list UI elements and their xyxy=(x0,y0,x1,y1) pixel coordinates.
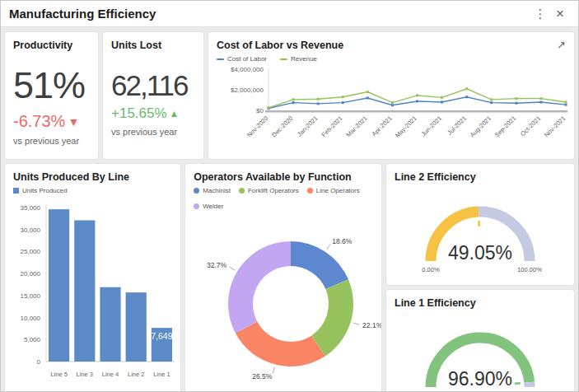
svg-text:Nov-2020: Nov-2020 xyxy=(245,114,269,138)
expand-icon[interactable]: ↗ xyxy=(557,40,566,50)
legend-item-units-produced[interactable]: Units Produced xyxy=(13,187,68,194)
svg-text:22.1%: 22.1% xyxy=(362,321,382,329)
svg-text:49.05%: 49.05% xyxy=(448,242,512,264)
labor-revenue-title: Cost of Labor vs Revenue xyxy=(217,40,557,51)
labor-revenue-line-chart[interactable]: $4,000,000$2,000,000$0Nov-2020Dec-2020Ja… xyxy=(217,64,571,153)
legend-item-revenue[interactable]: Revenue xyxy=(280,55,317,63)
units-produced-title: Units Produced By Line xyxy=(13,171,172,183)
svg-text:Line 4: Line 4 xyxy=(102,371,119,378)
line-operators-swatch xyxy=(307,188,313,194)
operators-legend: Machinist Forklift Operators Line Operat… xyxy=(194,187,373,210)
svg-text:100.00%: 100.00% xyxy=(517,266,542,273)
svg-text:Dec-2020: Dec-2020 xyxy=(270,114,294,138)
forklift-swatch xyxy=(239,188,245,194)
svg-text:30,000: 30,000 xyxy=(21,226,41,234)
svg-text:15,000: 15,000 xyxy=(21,292,41,300)
svg-text:25,000: 25,000 xyxy=(21,248,41,255)
units-lost-title: Units Lost xyxy=(111,40,195,51)
svg-text:$4,000,000: $4,000,000 xyxy=(231,66,264,73)
legend-item-machinist[interactable]: Machinist xyxy=(194,187,231,194)
svg-text:Sep-2021: Sep-2021 xyxy=(493,114,517,138)
title-bar: Manufacturing Efficiency ⋮ × xyxy=(1,1,578,27)
operators-title: Operators Available by Function xyxy=(194,171,373,183)
svg-text:Line 5: Line 5 xyxy=(50,371,67,378)
line2-efficiency-gauge[interactable]: 49.05%0.00%100.00% xyxy=(395,185,566,278)
cost-of-labor-swatch xyxy=(217,58,224,60)
page-title: Manufacturing Efficiency xyxy=(9,7,530,21)
svg-text:Mar-2021: Mar-2021 xyxy=(345,114,369,138)
machinist-swatch xyxy=(194,188,199,194)
productivity-delta: -6.73% ▼ xyxy=(13,112,90,131)
line2-efficiency-card: Line 2 Efficiency 49.05%0.00%100.00% xyxy=(385,163,575,286)
welder-swatch xyxy=(194,203,199,209)
svg-text:96.90%: 96.90% xyxy=(448,368,512,390)
svg-text:Nov-2021: Nov-2021 xyxy=(543,114,567,138)
svg-text:10,000: 10,000 xyxy=(21,315,41,322)
dashboard-window: Manufacturing Efficiency ⋮ × Productivit… xyxy=(0,0,579,392)
svg-text:18.6%: 18.6% xyxy=(332,237,353,245)
legend-item-welder[interactable]: Welder xyxy=(194,203,223,210)
dashboard-content: Productivity 51% -6.73% ▼ vs previous ye… xyxy=(1,28,578,391)
productivity-value: 51% xyxy=(13,64,90,107)
svg-text:$2,000,000: $2,000,000 xyxy=(231,86,264,94)
svg-text:May-2021: May-2021 xyxy=(394,114,418,139)
legend-item-cost-of-labor[interactable]: Cost of Labor xyxy=(217,55,267,63)
productivity-caption: vs previous year xyxy=(13,136,90,146)
svg-text:Aug-2021: Aug-2021 xyxy=(469,114,493,138)
units-lost-delta: +15.65% ▲ xyxy=(111,105,195,122)
line1-efficiency-gauge[interactable]: 96.90%0.00%100.00% xyxy=(395,311,566,392)
units-produced-bar-chart[interactable]: 35,00030,00025,00020,00015,00010,0005,00… xyxy=(13,199,176,386)
units-lost-value: 62,116 xyxy=(111,69,195,102)
productivity-card: Productivity 51% -6.73% ▼ vs previous ye… xyxy=(4,31,99,160)
gauge-column: Line 2 Efficiency 49.05%0.00%100.00% Lin… xyxy=(385,163,575,392)
svg-text:20,000: 20,000 xyxy=(21,270,41,278)
productivity-title: Productivity xyxy=(13,40,90,51)
operators-card: Operators Available by Function Machinis… xyxy=(184,163,382,392)
units-produced-swatch xyxy=(13,188,19,194)
svg-text:Jun-2021: Jun-2021 xyxy=(420,114,443,138)
svg-text:32.7%: 32.7% xyxy=(207,261,227,269)
kebab-menu-icon[interactable]: ⋮ xyxy=(530,7,550,21)
units-produced-card: Units Produced By Line Units Produced 35… xyxy=(4,163,181,392)
svg-text:35,000: 35,000 xyxy=(21,204,41,212)
line2-efficiency-title: Line 2 Efficiency xyxy=(395,171,566,183)
svg-text:0: 0 xyxy=(37,358,41,366)
down-triangle-icon: ▼ xyxy=(68,115,79,128)
legend-item-forklift-operators[interactable]: Forklift Operators xyxy=(239,187,299,194)
legend-item-line-operators[interactable]: Line Operators xyxy=(307,187,360,194)
labor-revenue-card: Cost of Labor vs Revenue ↗ Cost of Labor… xyxy=(208,31,575,160)
line1-efficiency-title: Line 1 Efficiency xyxy=(395,297,566,309)
svg-text:Line 3: Line 3 xyxy=(77,371,93,378)
labor-revenue-legend: Cost of Labor Revenue xyxy=(217,55,566,63)
units-lost-caption: vs previous year xyxy=(111,127,195,137)
svg-text:5,000: 5,000 xyxy=(24,336,41,343)
svg-text:Oct-2021: Oct-2021 xyxy=(519,114,542,138)
units-produced-legend: Units Produced xyxy=(13,187,172,194)
svg-text:7,649: 7,649 xyxy=(151,331,172,341)
svg-text:Jan-2021: Jan-2021 xyxy=(296,114,319,138)
units-lost-delta-value: +15.65% xyxy=(111,105,167,122)
svg-text:Line 2: Line 2 xyxy=(128,371,144,378)
up-triangle-icon: ▲ xyxy=(170,108,180,119)
line1-efficiency-card: Line 1 Efficiency 96.90%0.00%100.00% xyxy=(385,289,575,392)
operators-donut-chart[interactable]: 18.6%22.1%26.5%32.7% xyxy=(194,212,382,392)
svg-text:$0: $0 xyxy=(256,107,264,114)
revenue-swatch xyxy=(280,58,287,60)
svg-text:Apr-2021: Apr-2021 xyxy=(371,114,394,138)
svg-text:Jul-2021: Jul-2021 xyxy=(446,114,468,137)
units-lost-card: Units Lost 62,116 +15.65% ▲ vs previous … xyxy=(102,31,204,160)
close-icon[interactable]: × xyxy=(550,6,570,22)
svg-text:Feb-2021: Feb-2021 xyxy=(320,114,344,138)
svg-text:26.5%: 26.5% xyxy=(252,372,273,380)
svg-text:Line 1: Line 1 xyxy=(153,371,170,378)
productivity-delta-value: -6.73% xyxy=(13,112,65,131)
svg-text:0.00%: 0.00% xyxy=(422,266,440,273)
